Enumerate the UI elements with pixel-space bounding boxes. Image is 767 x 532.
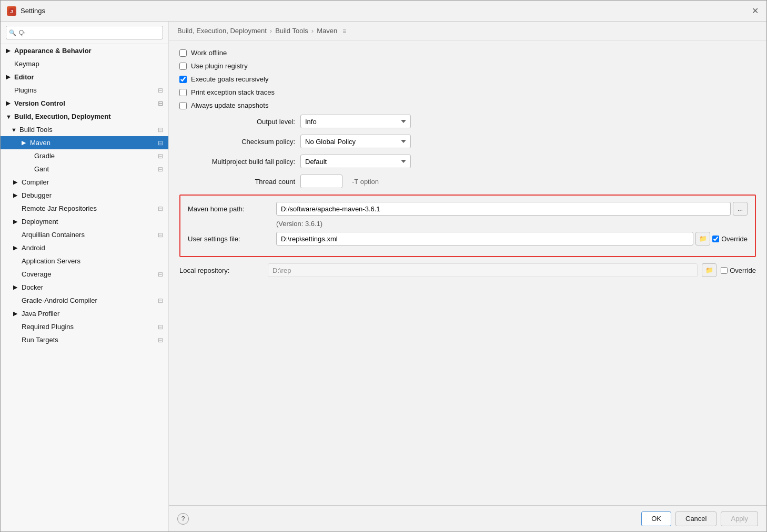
sidebar-item-maven[interactable]: ▶ Maven ⊟: [1, 136, 168, 149]
sidebar-item-label: Build Tools: [19, 126, 53, 134]
sidebar-item-appearance[interactable]: ▶ Appearance & Behavior: [1, 44, 168, 57]
sidebar-item-arquillian[interactable]: Arquillian Containers ⊟: [1, 228, 168, 241]
sidebar-item-gradle[interactable]: Gradle ⊟: [1, 149, 168, 162]
sidebar-item-gradle-android[interactable]: Gradle-Android Compiler ⊟: [1, 294, 168, 307]
search-wrapper: [6, 26, 163, 39]
ok-button[interactable]: OK: [641, 511, 671, 526]
sidebar-item-android[interactable]: ▶ Android: [1, 241, 168, 254]
spacer: [13, 206, 19, 212]
page-icon: ⊟: [158, 297, 163, 304]
user-settings-override-checkbox[interactable]: [712, 236, 719, 242]
sidebar-item-label: Coverage: [22, 270, 51, 278]
local-repo-override-wrap: Override: [721, 267, 756, 274]
breadcrumb-part-2: Build Tools: [275, 27, 308, 35]
sidebar-item-app-servers[interactable]: Application Servers: [1, 254, 168, 268]
plugin-registry-checkbox[interactable]: [179, 63, 187, 70]
spacer: [13, 298, 19, 304]
breadcrumb: Build, Execution, Deployment › Build Too…: [169, 22, 766, 40]
user-settings-input-wrap: 📁 Override: [276, 232, 748, 245]
sidebar-item-docker[interactable]: ▶ Docker: [1, 281, 168, 294]
local-repo-browse-button[interactable]: 📁: [702, 263, 716, 277]
print-exception-checkbox[interactable]: [179, 89, 187, 96]
spacer: [6, 87, 12, 94]
option-row-execute-goals: Execute goals recursively: [179, 75, 756, 83]
sidebar-item-required-plugins[interactable]: Required Plugins ⊟: [1, 320, 168, 333]
maven-home-browse-button[interactable]: ...: [733, 202, 748, 216]
sidebar-item-version-control[interactable]: ▶ Version Control ⊟: [1, 97, 168, 110]
sidebar-item-editor[interactable]: ▶ Editor: [1, 70, 168, 84]
sidebar-item-coverage[interactable]: Coverage ⊟: [1, 268, 168, 281]
svg-text:J: J: [10, 9, 13, 14]
sidebar-item-debugger[interactable]: ▶ Debugger: [1, 189, 168, 202]
work-offline-label: Work offline: [191, 49, 227, 57]
apply-button[interactable]: Apply: [721, 511, 758, 526]
sidebar-item-label: Keymap: [14, 60, 39, 68]
work-offline-checkbox[interactable]: [179, 49, 187, 57]
cancel-button[interactable]: Cancel: [675, 511, 716, 526]
page-icon: ⊟: [158, 231, 163, 239]
close-button[interactable]: ✕: [750, 6, 760, 16]
sidebar-item-label: Android: [22, 244, 45, 252]
sidebar-item-java-profiler[interactable]: ▶ Java Profiler: [1, 307, 168, 320]
local-repo-override-label: Override: [730, 267, 756, 274]
spacer: [13, 271, 19, 278]
user-settings-input[interactable]: [276, 232, 693, 245]
footer: ? OK Cancel Apply: [169, 505, 766, 531]
breadcrumb-menu-icon[interactable]: ≡: [342, 27, 346, 35]
spacer: [13, 258, 19, 264]
sidebar-item-label: Java Profiler: [22, 310, 59, 318]
sidebar-item-label: Maven: [30, 139, 51, 147]
output-level-select[interactable]: Info Debug Quiet: [300, 115, 411, 128]
sidebar-item-build-tools[interactable]: ▼ Build Tools ⊟: [1, 123, 168, 136]
sidebar-item-label: Compiler: [22, 178, 49, 186]
sidebar-item-label: Docker: [22, 283, 43, 291]
sidebar-item-label: Appearance & Behavior: [14, 47, 92, 55]
sidebar-item-keymap[interactable]: Keymap: [1, 57, 168, 70]
maven-version-text: (Version: 3.6.1): [276, 220, 748, 228]
print-exception-label: Print exception stack traces: [191, 88, 275, 96]
sidebar-item-gant[interactable]: Gant ⊟: [1, 162, 168, 176]
sidebar-item-remote-jar[interactable]: Remote Jar Repositories ⊟: [1, 202, 168, 215]
page-icon: ⊟: [158, 323, 163, 331]
thread-count-label: Thread count: [179, 178, 295, 186]
sidebar-item-label: Version Control: [14, 99, 65, 107]
always-update-checkbox[interactable]: [179, 102, 187, 109]
sidebar-item-compiler[interactable]: ▶ Compiler: [1, 176, 168, 189]
window-title: Settings: [21, 7, 45, 15]
search-input[interactable]: [6, 26, 163, 39]
local-repo-override-checkbox[interactable]: [721, 267, 728, 274]
checksum-policy-row: Checksum policy: No Global Policy Strict…: [179, 135, 756, 148]
user-settings-browse-button[interactable]: 📁: [695, 232, 710, 245]
option-row-always-update: Always update snapshots: [179, 101, 756, 109]
sidebar-item-label: Application Servers: [22, 257, 80, 265]
breadcrumb-part-3: Maven: [317, 27, 337, 35]
checksum-policy-select[interactable]: No Global Policy Strict Lenient: [300, 135, 411, 148]
sidebar-item-label: Run Targets: [22, 336, 58, 344]
user-settings-row: User settings file: 📁 Override: [188, 232, 748, 245]
page-icon: ⊟: [158, 126, 163, 134]
help-button[interactable]: ?: [177, 513, 189, 525]
execute-goals-checkbox[interactable]: [179, 76, 187, 83]
breadcrumb-part-1: Build, Execution, Deployment: [177, 27, 267, 35]
sidebar-item-plugins[interactable]: Plugins ⊟: [1, 84, 168, 97]
sidebar-item-label: Deployment: [22, 218, 58, 226]
expand-arrow-appearance: ▶: [6, 47, 12, 54]
multiproject-select[interactable]: Default Always At End Never: [300, 155, 411, 168]
sidebar-item-deployment[interactable]: ▶ Deployment: [1, 215, 168, 228]
spacer: ▶: [22, 139, 28, 146]
search-bar: [1, 22, 168, 44]
thread-count-input[interactable]: [300, 175, 342, 188]
app-icon: J: [7, 6, 16, 16]
sidebar-item-run-targets[interactable]: Run Targets ⊟: [1, 333, 168, 346]
sidebar-item-label: Gant: [34, 165, 49, 173]
page-icon: ⊟: [158, 336, 163, 344]
sidebar-item-label: Build, Execution, Deployment: [14, 112, 110, 120]
output-level-row: Output level: Info Debug Quiet: [179, 115, 756, 128]
main-panel: Build, Execution, Deployment › Build Too…: [169, 22, 766, 531]
page-icon: ⊟: [158, 152, 163, 160]
maven-home-input[interactable]: [276, 202, 731, 216]
sidebar-item-build-exec[interactable]: ▼ Build, Execution, Deployment: [1, 110, 168, 123]
footer-left: ?: [177, 513, 189, 525]
expand-arrow-editor: ▶: [6, 74, 12, 80]
sidebar-item-label: Debugger: [22, 191, 52, 199]
